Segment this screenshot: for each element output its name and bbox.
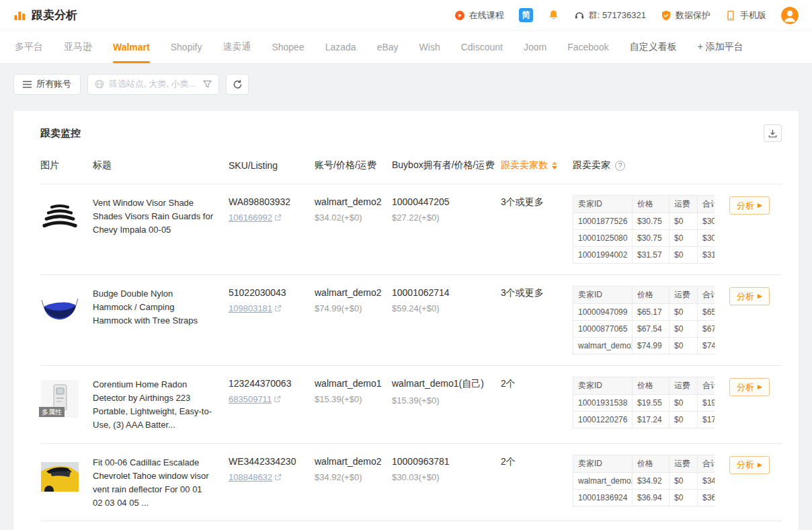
col-header-image: 图片: [40, 159, 93, 172]
platform-tab-5[interactable]: Shopee: [272, 31, 304, 63]
product-title: Budge Double Nylon Hammock / Camping Ham…: [93, 286, 229, 354]
account-name: walmart_demo1: [315, 377, 392, 389]
buybox-owner: 10000963781: [392, 455, 501, 467]
funnel-icon: [203, 80, 212, 88]
col-header-sellers: 跟卖卖家 ?: [573, 159, 715, 172]
product-image[interactable]: 多属性: [40, 379, 79, 418]
col-header-seller-count[interactable]: 跟卖卖家数: [501, 159, 573, 172]
platform-tab-9[interactable]: Cdiscount: [461, 31, 503, 63]
sellers-table-clip: 卖家ID价格运费合计 10001931538$19.55$0$19.551000…: [573, 377, 715, 428]
category-filter-input[interactable]: 筛选站点, 大类, 小类...: [87, 74, 219, 95]
analyze-label: 分析: [737, 459, 754, 471]
seller-col-header: 合计: [698, 287, 715, 304]
sellers-table-clip: 卖家ID价格运费合计 walmart_demo2$34.92$0$34.9210…: [573, 455, 715, 506]
monitor-rows: Vent Window Visor Shade Shades Visors Ra…: [40, 184, 782, 521]
product-title: Corentium Home Radon Detector by Airthin…: [93, 377, 229, 432]
analyze-button[interactable]: 分析 ▶: [729, 378, 770, 396]
online-course-link[interactable]: 在线课程: [454, 9, 504, 22]
top-actions: 在线课程 简 群: 571736321 数据保护 手机版: [454, 7, 799, 24]
listing-id: 108848632: [229, 472, 272, 482]
seller-count: 3个或更多: [501, 195, 573, 264]
listing-link[interactable]: 109803181: [229, 303, 282, 313]
sort-icons[interactable]: [552, 161, 557, 169]
platform-tab-2[interactable]: Walmart: [113, 31, 150, 63]
play-triangle-icon: ▶: [758, 384, 762, 390]
headset-icon: [574, 10, 585, 21]
seller-col-header: 价格: [633, 196, 669, 213]
listing-link[interactable]: 106166992: [229, 213, 282, 223]
buybox-owner: 10000447205: [392, 195, 501, 207]
hammock-product-art: [41, 293, 79, 323]
listing-id: 109803181: [229, 303, 272, 313]
data-protection-link[interactable]: 数据保护: [661, 9, 710, 22]
seller-count: 3个或更多: [501, 286, 573, 354]
qq-group[interactable]: 群: 571736321: [574, 9, 646, 22]
platform-tab-1[interactable]: 亚马逊: [64, 31, 92, 63]
account-name: walmart_demo2: [315, 195, 392, 207]
listing-link[interactable]: 683509711: [229, 394, 281, 404]
analyze-button[interactable]: 分析 ▶: [729, 287, 770, 305]
download-button[interactable]: [764, 124, 782, 142]
play-circle-icon: [454, 10, 465, 21]
account-price: $15.39(+$0): [315, 394, 392, 404]
product-sku: WE3442334230: [229, 455, 315, 467]
listing-link[interactable]: 108848632: [229, 472, 282, 482]
platform-tab-6[interactable]: Lazada: [325, 31, 356, 63]
visor-product-art: [42, 203, 78, 231]
play-triangle-icon: ▶: [758, 293, 762, 299]
seller-col-header: 卖家ID: [573, 377, 633, 395]
platform-tab-12[interactable]: 自定义看板: [630, 31, 677, 63]
sellers-table: 卖家ID价格运费合计 10000947099$65.17$0$65.171000…: [573, 286, 715, 354]
user-avatar[interactable]: [781, 7, 799, 24]
product-image[interactable]: [40, 289, 79, 328]
analyze-button[interactable]: 分析 ▶: [729, 456, 770, 474]
seller-row: 10001931538$19.55$0$19.55: [573, 395, 715, 412]
buybox-owner: walmart_demo1(自己): [392, 377, 501, 390]
all-accounts-label: 所有账号: [36, 78, 71, 90]
language-badge[interactable]: 简: [519, 8, 533, 22]
buybox-owner: 10001062714: [392, 286, 501, 298]
seller-row: 10001220276$17.24$0$17.24: [573, 412, 715, 428]
product-sku: 123244370063: [229, 377, 315, 389]
product-image[interactable]: [40, 198, 79, 237]
app-title: 跟卖分析: [32, 7, 77, 23]
all-accounts-button[interactable]: 所有账号: [13, 74, 81, 95]
seller-col-header: 合计: [698, 196, 715, 213]
product-row: Vent Window Visor Shade Shades Visors Ra…: [40, 184, 782, 275]
filter-bar: 所有账号 筛选站点, 大类, 小类...: [0, 64, 812, 104]
yellow-car-product-art: [41, 462, 79, 492]
platform-tab-8[interactable]: Wish: [419, 31, 440, 63]
platform-tab-0[interactable]: 多平台: [15, 31, 43, 63]
buybox-price: $59.24(+$0): [392, 303, 501, 313]
platform-tab-7[interactable]: eBay: [377, 31, 399, 63]
data-protection-label: 数据保护: [676, 9, 710, 22]
seller-col-header: 运费: [669, 455, 698, 472]
platform-tab-4[interactable]: 速卖通: [222, 31, 251, 63]
mobile-version-link[interactable]: 手机版: [725, 9, 766, 22]
seller-col-header: 运费: [669, 377, 698, 395]
seller-col-header: 运费: [669, 196, 698, 213]
analyze-button[interactable]: 分析 ▶: [729, 196, 770, 215]
seller-row: walmart_demo2$74.99$0$74.99: [573, 338, 715, 354]
platform-tab-10[interactable]: Joom: [524, 31, 546, 63]
analyze-label: 分析: [737, 381, 754, 393]
platform-tab-3[interactable]: Shopify: [171, 31, 202, 63]
table-header: 图片 标题 SKU/Listing 账号/价格/运费 Buybox拥有者/价格/…: [40, 153, 782, 184]
seller-row: 10000947099$65.17$0$65.17: [573, 304, 715, 321]
help-icon[interactable]: ?: [615, 161, 625, 171]
seller-col-header: 合计: [698, 377, 715, 395]
bell-icon[interactable]: [548, 9, 559, 21]
account-price: $34.92(+$0): [315, 472, 392, 482]
panel-header: 跟卖监控: [40, 111, 782, 153]
platform-tab-11[interactable]: Facebook: [567, 31, 608, 63]
seller-col-header: 价格: [633, 377, 669, 395]
seller-col-header: 价格: [633, 287, 669, 304]
col-header-buybox: Buybox拥有者/价格/运费: [392, 159, 501, 172]
seller-row: 10001877526$30.75$0$30.75: [573, 213, 715, 230]
refresh-button[interactable]: [226, 74, 249, 95]
brand: 跟卖分析: [13, 7, 77, 23]
product-image[interactable]: [40, 457, 79, 496]
platform-tab-13[interactable]: + 添加平台: [698, 31, 743, 63]
seller-row: 10001994002$31.57$0$31.57: [573, 247, 715, 264]
seller-row: 10001836924$36.94$0$36.94: [573, 489, 715, 506]
